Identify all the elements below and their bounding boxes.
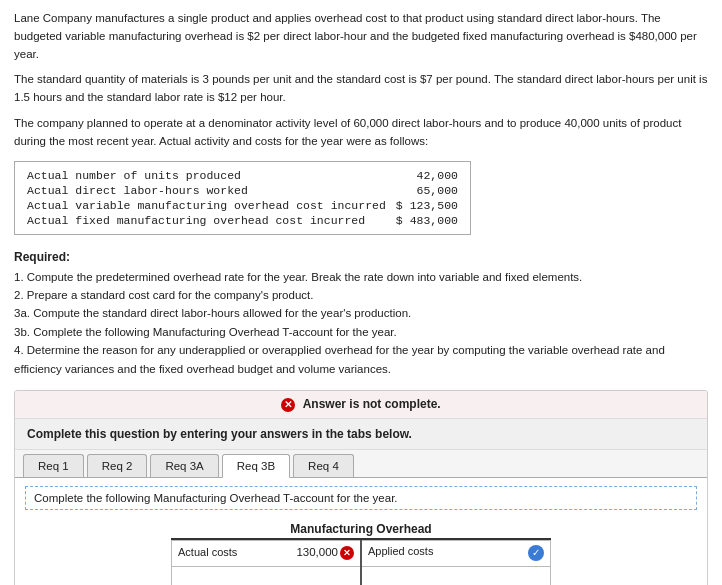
actual-data-value: $ 483,000 (394, 213, 460, 228)
intro-para3: The company planned to operate at a deno… (14, 115, 708, 151)
tab-req1[interactable]: Req 1 (23, 454, 84, 477)
required-section: Required: 1. Compute the predetermined o… (14, 250, 708, 378)
required-item: 3b. Complete the following Manufacturing… (14, 323, 708, 341)
actual-data-box: Actual number of units produced42,000Act… (14, 161, 471, 235)
intro-section: Lane Company manufactures a single produ… (14, 10, 708, 151)
t-account-left-cell: Actual costs130,000✕ (172, 540, 362, 566)
t-account-left-label: Actual costs (178, 546, 237, 558)
table-row: Actual costs130,000✕Applied costs✓ (172, 540, 551, 566)
actual-data-label: Actual fixed manufacturing overhead cost… (25, 213, 394, 228)
intro-para2: The standard quantity of materials is 3 … (14, 71, 708, 107)
t-account-left-value: 130,000✕ (296, 546, 354, 560)
tab-req3b[interactable]: Req 3B (222, 454, 290, 478)
t-account-left-cell (172, 566, 362, 585)
tab-req4[interactable]: Req 4 (293, 454, 354, 477)
required-item: 2. Prepare a standard cost card for the … (14, 286, 708, 304)
t-account-right-cell (361, 566, 551, 585)
answer-box: ✕ Answer is not complete. Complete this … (14, 390, 708, 585)
t-account-title: Manufacturing Overhead (171, 518, 551, 540)
actual-data-value: 42,000 (394, 168, 460, 183)
x-icon: ✕ (281, 398, 295, 412)
required-item: 1. Compute the predetermined overhead ra… (14, 268, 708, 286)
table-row (172, 566, 551, 585)
required-items: 1. Compute the predetermined overhead ra… (14, 268, 708, 378)
actual-data-row: Actual direct labor-hours worked65,000 (25, 183, 460, 198)
actual-data-row: Actual number of units produced42,000 (25, 168, 460, 183)
actual-data-label: Actual variable manufacturing overhead c… (25, 198, 394, 213)
answer-not-complete-banner: ✕ Answer is not complete. (15, 391, 707, 419)
t-account-right-cell: Applied costs✓ (361, 540, 551, 566)
tab-req2[interactable]: Req 2 (87, 454, 148, 477)
actual-data-value: $ 123,500 (394, 198, 460, 213)
actual-data-row: Actual variable manufacturing overhead c… (25, 198, 460, 213)
complete-message: Complete this question by entering your … (15, 419, 707, 450)
t-account-container: Manufacturing Overhead Actual costs130,0… (171, 518, 551, 585)
not-complete-label: Answer is not complete. (303, 397, 441, 411)
tab-req3a[interactable]: Req 3A (150, 454, 218, 477)
actual-data-label: Actual number of units produced (25, 168, 394, 183)
t-account-table: Actual costs130,000✕Applied costs✓130,00… (171, 540, 551, 585)
actual-data-label: Actual direct labor-hours worked (25, 183, 394, 198)
required-item: 3a. Compute the standard direct labor-ho… (14, 304, 708, 322)
actual-data-row: Actual fixed manufacturing overhead cost… (25, 213, 460, 228)
intro-para1: Lane Company manufactures a single produ… (14, 10, 708, 63)
required-item: 4. Determine the reason for any underapp… (14, 341, 708, 378)
tabs-row: Req 1Req 2Req 3AReq 3BReq 4 (15, 450, 707, 478)
t-account-right-label: Applied costs (368, 545, 433, 557)
delete-icon[interactable]: ✕ (340, 546, 354, 560)
required-title: Required: (14, 250, 708, 264)
check-icon: ✓ (528, 545, 544, 561)
tab-content: Complete the following Manufacturing Ove… (15, 478, 707, 585)
tab-instruction: Complete the following Manufacturing Ove… (25, 486, 697, 510)
actual-data-value: 65,000 (394, 183, 460, 198)
actual-data-table: Actual number of units produced42,000Act… (25, 168, 460, 228)
